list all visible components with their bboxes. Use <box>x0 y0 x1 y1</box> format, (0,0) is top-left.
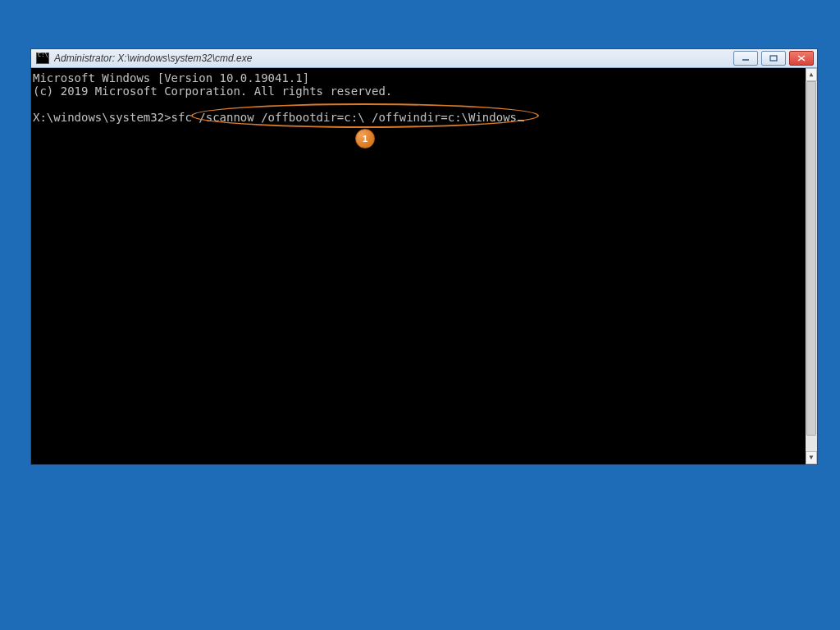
scroll-thumb[interactable] <box>806 81 816 436</box>
cmd-window: Administrator: X:\windows\system32\cmd.e… <box>30 48 818 465</box>
scroll-up-button[interactable]: ▲ <box>806 68 817 81</box>
cmd-icon <box>36 52 49 64</box>
titlebar[interactable]: Administrator: X:\windows\system32\cmd.e… <box>31 49 817 68</box>
window-controls <box>733 51 814 66</box>
output-line: (c) 2019 Microsoft Corporation. All righ… <box>33 84 392 98</box>
scroll-down-button[interactable]: ▼ <box>806 451 817 464</box>
output-line: Microsoft Windows [Version 10.0.19041.1] <box>33 71 309 84</box>
typed-command: sfc /scannow /offbootdir=c:\ /offwindir=… <box>171 111 517 124</box>
maximize-button[interactable] <box>761 51 786 66</box>
minimize-icon <box>742 55 750 62</box>
window-title: Administrator: X:\windows\system32\cmd.e… <box>54 52 733 64</box>
vertical-scrollbar[interactable]: ▲ ▼ <box>806 68 817 464</box>
cursor <box>518 120 524 121</box>
annotation-step-badge: 1 <box>355 129 375 148</box>
console-output[interactable]: Microsoft Windows [Version 10.0.19041.1]… <box>31 68 817 464</box>
minimize-button[interactable] <box>733 51 758 66</box>
scroll-track[interactable] <box>806 81 817 451</box>
maximize-icon <box>769 55 778 62</box>
close-icon <box>797 55 806 62</box>
svg-rect-1 <box>770 56 777 61</box>
close-button[interactable] <box>789 51 814 66</box>
prompt: X:\windows\system32> <box>33 111 171 124</box>
